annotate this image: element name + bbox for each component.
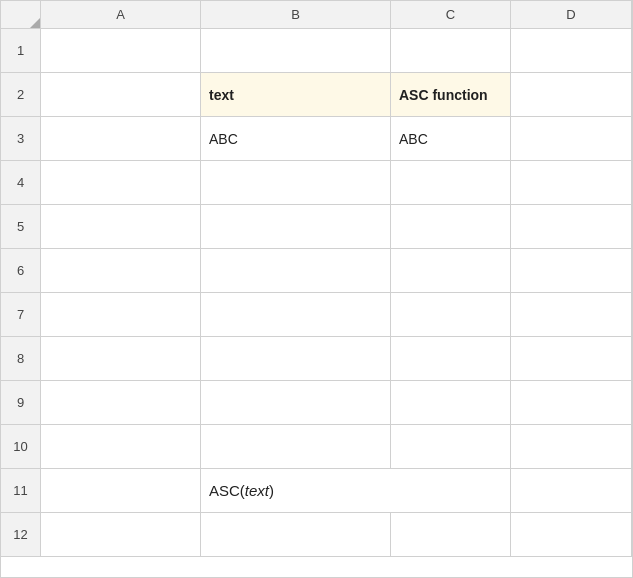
- cell-d5[interactable]: [511, 205, 632, 249]
- spreadsheet: A B C D 1 2 text ASC function 3 ABC ABC …: [0, 0, 633, 578]
- cell-a5[interactable]: [41, 205, 201, 249]
- col-header-a: A: [41, 1, 201, 29]
- row-num-2: 2: [1, 73, 41, 117]
- cell-c12[interactable]: [391, 513, 511, 557]
- row-num-4: 4: [1, 161, 41, 205]
- cell-c4[interactable]: [391, 161, 511, 205]
- row-num-5: 5: [1, 205, 41, 249]
- cell-c8[interactable]: [391, 337, 511, 381]
- row-num-12: 12: [1, 513, 41, 557]
- cell-c1[interactable]: [391, 29, 511, 73]
- cell-a8[interactable]: [41, 337, 201, 381]
- formula-prefix: ASC(: [209, 482, 245, 499]
- cell-c9[interactable]: [391, 381, 511, 425]
- row-num-11: 11: [1, 469, 41, 513]
- cell-a3[interactable]: [41, 117, 201, 161]
- cell-d9[interactable]: [511, 381, 632, 425]
- cell-b2[interactable]: text: [201, 73, 391, 117]
- row-num-6: 6: [1, 249, 41, 293]
- corner-cell: [1, 1, 41, 29]
- data-c3: ABC: [399, 131, 428, 147]
- formula-suffix: ): [269, 482, 274, 499]
- cell-d7[interactable]: [511, 293, 632, 337]
- data-b3: ABC: [209, 131, 238, 147]
- cell-a6[interactable]: [41, 249, 201, 293]
- formula-italic: text: [245, 482, 269, 499]
- cell-d11[interactable]: [511, 469, 632, 513]
- cell-b7[interactable]: [201, 293, 391, 337]
- cell-d10[interactable]: [511, 425, 632, 469]
- cell-a4[interactable]: [41, 161, 201, 205]
- cell-b3[interactable]: ABC: [201, 117, 391, 161]
- cell-b5[interactable]: [201, 205, 391, 249]
- cell-d8[interactable]: [511, 337, 632, 381]
- row-num-3: 3: [1, 117, 41, 161]
- row-num-8: 8: [1, 337, 41, 381]
- cell-a9[interactable]: [41, 381, 201, 425]
- cell-c6[interactable]: [391, 249, 511, 293]
- col-header-d: D: [511, 1, 632, 29]
- cell-d12[interactable]: [511, 513, 632, 557]
- table-header-c: ASC function: [399, 87, 488, 103]
- cell-c3[interactable]: ABC: [391, 117, 511, 161]
- cell-a7[interactable]: [41, 293, 201, 337]
- cell-b1[interactable]: [201, 29, 391, 73]
- row-num-9: 9: [1, 381, 41, 425]
- table-header-b: text: [209, 87, 234, 103]
- cell-d1[interactable]: [511, 29, 632, 73]
- cell-c2[interactable]: ASC function: [391, 73, 511, 117]
- cell-b4[interactable]: [201, 161, 391, 205]
- row-num-7: 7: [1, 293, 41, 337]
- cell-b10[interactable]: [201, 425, 391, 469]
- cell-c7[interactable]: [391, 293, 511, 337]
- cell-b6[interactable]: [201, 249, 391, 293]
- cell-d2[interactable]: [511, 73, 632, 117]
- grid: A B C D 1 2 text ASC function 3 ABC ABC …: [1, 1, 632, 577]
- cell-c5[interactable]: [391, 205, 511, 249]
- cell-c10[interactable]: [391, 425, 511, 469]
- cell-a2[interactable]: [41, 73, 201, 117]
- cell-a1[interactable]: [41, 29, 201, 73]
- col-header-b: B: [201, 1, 391, 29]
- cell-a10[interactable]: [41, 425, 201, 469]
- cell-b8[interactable]: [201, 337, 391, 381]
- cell-a11[interactable]: [41, 469, 201, 513]
- cell-d4[interactable]: [511, 161, 632, 205]
- row-num-1: 1: [1, 29, 41, 73]
- cell-a12[interactable]: [41, 513, 201, 557]
- row-num-10: 10: [1, 425, 41, 469]
- col-header-c: C: [391, 1, 511, 29]
- cell-b9[interactable]: [201, 381, 391, 425]
- cell-b11[interactable]: ASC(text): [201, 469, 511, 513]
- cell-d6[interactable]: [511, 249, 632, 293]
- cell-b12[interactable]: [201, 513, 391, 557]
- cell-d3[interactable]: [511, 117, 632, 161]
